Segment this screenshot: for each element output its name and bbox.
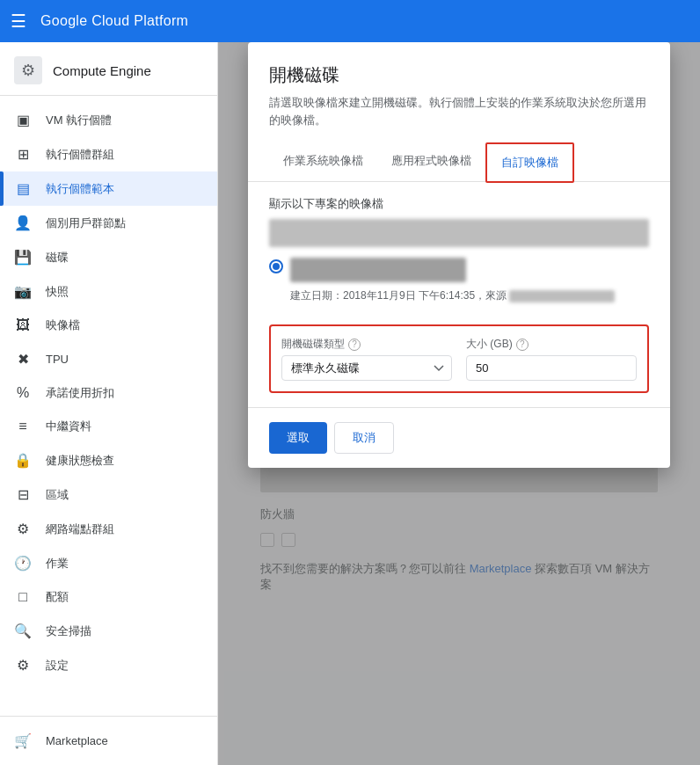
sidebar-bottom: 🛒 Marketplace	[0, 716, 217, 765]
operations-icon: 🕐	[14, 555, 32, 572]
image-name-blurred	[290, 258, 466, 282]
images-icon: 🖼	[14, 317, 32, 333]
sidebar-item-metadata-label: 中繼資料	[46, 419, 91, 434]
tab-custom-images[interactable]: 自訂映像檔	[485, 142, 574, 183]
sidebar-item-tpu[interactable]: ✖ TPU	[0, 342, 217, 376]
sidebar-item-security-scans[interactable]: 🔍 安全掃描	[0, 614, 217, 648]
size-info-icon[interactable]: ?	[516, 339, 529, 351]
sidebar-item-metadata[interactable]: ≡ 中繼資料	[0, 410, 217, 443]
modal-footer: 選取 取消	[248, 407, 670, 468]
show-images-label: 顯示以下專案的映像檔	[269, 196, 649, 212]
image-radio-content: 建立日期：2018年11月9日 下午6:14:35，來源	[290, 258, 615, 303]
tab-os-images[interactable]: 作業系統映像檔	[269, 142, 377, 182]
sole-tenant-icon: 👤	[14, 215, 32, 231]
sidebar-item-snapshots-label: 快照	[46, 284, 69, 300]
sidebar-item-health-checks[interactable]: 🔒 健康狀態檢查	[0, 443, 217, 477]
topbar: ☰ Google Cloud Platform	[0, 0, 700, 42]
sidebar-item-quotas[interactable]: □ 配額	[0, 580, 217, 614]
sidebar-item-sole-tenant[interactable]: 👤 個別用戶群節點	[0, 206, 217, 240]
disk-type-size-section: 開機磁碟類型 ? 標準永久磁碟 SSD 永久磁碟 平衡永久磁碟 大小	[269, 324, 649, 393]
sidebar-item-settings[interactable]: ⚙ 設定	[0, 648, 217, 682]
sidebar-title: Compute Engine	[53, 63, 151, 78]
sidebar-item-committed-use[interactable]: % 承諾使用折扣	[0, 376, 217, 410]
sidebar-item-network-endpoint-groups[interactable]: ⚙ 網路端點群組	[0, 512, 217, 546]
settings-icon: ⚙	[14, 657, 32, 674]
sidebar-item-instance-templates-label: 執行個體範本	[46, 181, 114, 197]
sidebar-item-vm-label: VM 執行個體	[46, 113, 112, 128]
metadata-icon: ≡	[14, 419, 32, 434]
sidebar-item-images[interactable]: 🖼 映像檔	[0, 309, 217, 342]
cancel-button[interactable]: 取消	[334, 422, 394, 454]
modal-overlay: 開機磁碟 請選取映像檔來建立開機磁碟。執行個體上安裝的作業系統取決於您所選用的映…	[218, 42, 700, 765]
health-checks-icon: 🔒	[14, 452, 32, 469]
sidebar-item-instance-groups[interactable]: ⊞ 執行個體群組	[0, 137, 217, 171]
sidebar-item-sole-tenant-label: 個別用戶群節點	[46, 215, 126, 231]
sidebar-item-health-checks-label: 健康狀態檢查	[46, 453, 114, 469]
sidebar-item-neg-label: 網路端點群組	[46, 521, 114, 537]
sidebar-item-operations-label: 作業	[46, 556, 69, 572]
image-date-text: 建立日期：2018年11月9日 下午6:14:35，來源	[290, 288, 615, 303]
quotas-icon: □	[14, 589, 32, 605]
sidebar-item-marketplace[interactable]: 🛒 Marketplace	[0, 724, 217, 758]
sidebar-item-quotas-label: 配額	[46, 589, 69, 605]
image-radio-button[interactable]	[269, 259, 283, 273]
tpu-icon: ✖	[14, 351, 32, 368]
zones-icon: ⊟	[14, 486, 32, 503]
image-radio-row: 建立日期：2018年11月9日 下午6:14:35，來源	[269, 258, 649, 303]
sidebar-item-vm[interactable]: ▣ VM 執行個體	[0, 103, 217, 137]
topbar-logo: Google Cloud Platform	[40, 13, 188, 29]
disks-icon: 💾	[14, 249, 32, 266]
committed-use-icon: %	[14, 385, 32, 401]
size-group: 大小 (GB) ?	[466, 337, 637, 381]
instance-templates-icon: ▤	[14, 180, 32, 197]
sidebar-item-disks-label: 磁碟	[46, 250, 69, 266]
instance-groups-icon: ⊞	[14, 146, 32, 163]
sidebar-item-zones-label: 區域	[46, 487, 69, 503]
confirm-button[interactable]: 選取	[269, 422, 327, 454]
sidebar-item-security-scans-label: 安全掃描	[46, 623, 91, 639]
sidebar: ⚙ Compute Engine ▣ VM 執行個體 ⊞ 執行個體群組 ▤ 執行…	[0, 42, 218, 765]
size-label: 大小 (GB) ?	[466, 337, 637, 352]
menu-icon[interactable]: ☰	[11, 11, 26, 32]
sidebar-item-marketplace-label: Marketplace	[46, 734, 108, 747]
boot-disk-modal: 開機磁碟 請選取映像檔來建立開機磁碟。執行個體上安裝的作業系統取決於您所選用的映…	[248, 42, 670, 468]
compute-engine-icon: ⚙	[14, 56, 42, 84]
modal-title: 開機磁碟	[248, 42, 670, 94]
size-input[interactable]	[466, 355, 637, 381]
security-scans-icon: 🔍	[14, 623, 32, 639]
disk-type-info-icon[interactable]: ?	[348, 339, 361, 351]
disk-form-row: 開機磁碟類型 ? 標準永久磁碟 SSD 永久磁碟 平衡永久磁碟 大小	[281, 337, 637, 381]
sidebar-item-instance-templates[interactable]: ▤ 執行個體範本	[0, 171, 217, 206]
sidebar-item-settings-label: 設定	[46, 658, 69, 674]
project-selector-bar[interactable]	[269, 219, 649, 247]
sidebar-item-instance-groups-label: 執行個體群組	[46, 147, 114, 163]
disk-type-label: 開機磁碟類型 ?	[281, 337, 452, 352]
sidebar-item-snapshots[interactable]: 📷 快照	[0, 274, 217, 309]
modal-body: 顯示以下專案的映像檔 建立日期：2018年11月9日 下午6:14:35，來源	[248, 182, 670, 324]
snapshots-icon: 📷	[14, 283, 32, 300]
image-source-blurred	[509, 290, 615, 302]
sidebar-item-zones[interactable]: ⊟ 區域	[0, 477, 217, 512]
disk-type-group: 開機磁碟類型 ? 標準永久磁碟 SSD 永久磁碟 平衡永久磁碟	[281, 337, 452, 381]
sidebar-item-committed-use-label: 承諾使用折扣	[46, 385, 114, 401]
tab-app-images[interactable]: 應用程式映像檔	[377, 142, 485, 182]
modal-tabs: 作業系統映像檔 應用程式映像檔 自訂映像檔	[248, 142, 670, 182]
sidebar-item-tpu-label: TPU	[46, 353, 69, 366]
sidebar-nav: ▣ VM 執行個體 ⊞ 執行個體群組 ▤ 執行個體範本 👤 個別用戶群節點 💾 …	[0, 96, 217, 716]
sidebar-item-disks[interactable]: 💾 磁碟	[0, 240, 217, 274]
modal-subtitle: 請選取映像檔來建立開機磁碟。執行個體上安裝的作業系統取決於您所選用的映像檔。	[248, 94, 670, 142]
content-area: ← 執行個體範本 名稱 機器類型 容器 開機磁碟 身分與	[218, 42, 700, 765]
marketplace-icon: 🛒	[14, 732, 32, 749]
sidebar-header: ⚙ Compute Engine	[0, 42, 217, 96]
disk-type-select[interactable]: 標準永久磁碟 SSD 永久磁碟 平衡永久磁碟	[281, 355, 452, 381]
neg-icon: ⚙	[14, 521, 32, 537]
sidebar-item-images-label: 映像檔	[46, 317, 80, 333]
vm-icon: ▣	[14, 112, 32, 128]
sidebar-item-operations[interactable]: 🕐 作業	[0, 546, 217, 580]
